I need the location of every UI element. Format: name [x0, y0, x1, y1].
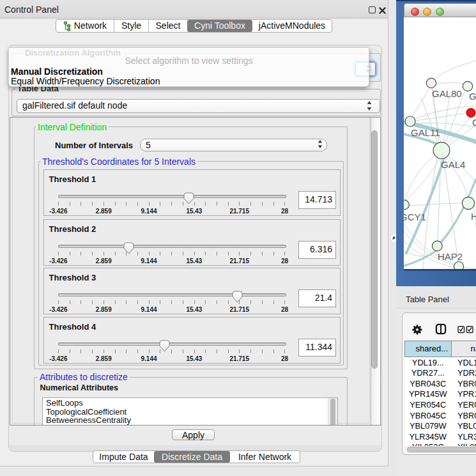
svg-text:HAP2: HAP2	[438, 251, 463, 262]
svg-text:GCY1: GCY1	[404, 211, 426, 222]
svg-text:GAL4: GAL4	[441, 159, 465, 170]
svg-text:GAL80: GAL80	[432, 88, 462, 99]
svg-text:GA: GA	[469, 91, 476, 102]
svg-text:HIS: HIS	[471, 211, 476, 222]
svg-text:GAL11: GAL11	[411, 127, 440, 138]
svg-text:CY: CY	[472, 117, 476, 128]
